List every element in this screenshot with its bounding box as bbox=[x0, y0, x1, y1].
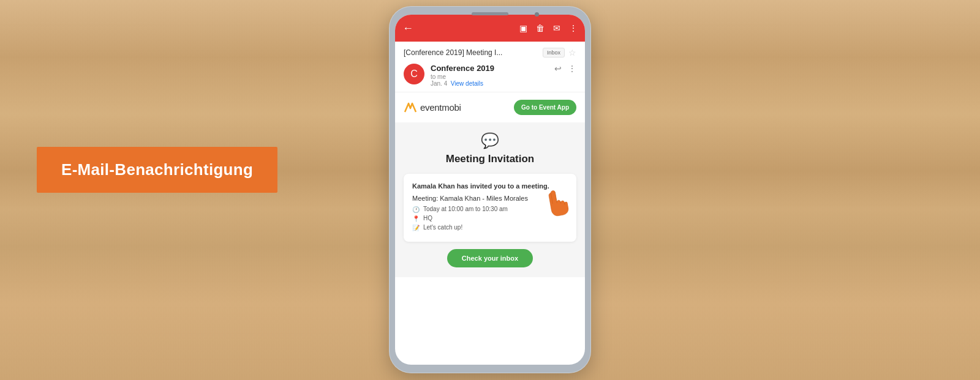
meeting-name: Meeting: Kamala Khan - Miles Morales bbox=[412, 195, 568, 202]
phone-wrapper: ← ▣ 🗑 ✉ ⋮ [Conference 2019] Meeting I...… bbox=[389, 6, 591, 373]
avatar: C bbox=[404, 64, 424, 84]
sender-to: to me bbox=[431, 73, 548, 80]
more-options-icon[interactable]: ⋮ bbox=[569, 23, 578, 33]
toolbar-icons: ▣ 🗑 ✉ ⋮ bbox=[519, 23, 578, 33]
sender-more-icon[interactable]: ⋮ bbox=[568, 64, 576, 73]
meeting-card: 💬 Meeting Invitation Kamala Khan has inv… bbox=[395, 122, 585, 277]
eventmobi-logo-text: eventmobi bbox=[420, 102, 461, 113]
meeting-title: Meeting Invitation bbox=[404, 153, 576, 165]
email-header: [Conference 2019] Meeting I... Inbox ☆ C… bbox=[395, 42, 585, 92]
meeting-note: Let's catch up! bbox=[423, 224, 462, 231]
note-icon: 📝 bbox=[412, 225, 420, 231]
goto-event-app-button[interactable]: Go to Event App bbox=[514, 100, 576, 115]
sender-name: Conference 2019 bbox=[431, 64, 548, 73]
meeting-location-row: 📍 HQ bbox=[412, 215, 568, 222]
view-details-link[interactable]: View details bbox=[451, 80, 483, 87]
meeting-location: HQ bbox=[423, 215, 432, 222]
label-text: E-Mail-Benachrichtigung bbox=[61, 160, 253, 179]
meeting-time: Today at 10:00 am to 10:30 am bbox=[423, 206, 508, 212]
eventmobi-logo: eventmobi bbox=[404, 102, 461, 113]
sender-date: Jan. 4 View details bbox=[431, 80, 548, 87]
email-subject-row: [Conference 2019] Meeting I... Inbox ☆ bbox=[404, 48, 576, 58]
sender-row: C Conference 2019 to me Jan. 4 View deta… bbox=[404, 64, 576, 87]
chat-icon: 💬 bbox=[481, 132, 499, 149]
eventmobi-logo-icon bbox=[404, 102, 417, 113]
email-subject: [Conference 2019] Meeting I... bbox=[404, 48, 539, 57]
meeting-time-row: 🕐 Today at 10:00 am to 10:30 am bbox=[412, 206, 568, 213]
clock-icon: 🕐 bbox=[412, 206, 420, 213]
reply-icon[interactable]: ↩ bbox=[554, 64, 562, 73]
label-box: E-Mail-Benachrichtigung bbox=[37, 147, 277, 193]
meeting-note-row: 📝 Let's catch up! bbox=[412, 224, 568, 231]
sender-actions: ↩ ⋮ bbox=[554, 64, 576, 73]
star-icon[interactable]: ☆ bbox=[568, 48, 576, 58]
meeting-icon-row: 💬 bbox=[404, 132, 576, 149]
back-icon[interactable]: ← bbox=[402, 22, 413, 35]
gmail-toolbar: ← ▣ 🗑 ✉ ⋮ bbox=[395, 15, 585, 42]
location-icon: 📍 bbox=[412, 215, 420, 222]
archive-icon[interactable]: ▣ bbox=[519, 23, 527, 33]
invite-text: Kamala Khan has invited you to a meeting… bbox=[412, 182, 568, 190]
check-inbox-button[interactable]: Check your inbox bbox=[447, 249, 533, 267]
delete-icon[interactable]: 🗑 bbox=[536, 23, 545, 33]
meeting-details-card: Kamala Khan has invited you to a meeting… bbox=[404, 174, 576, 242]
eventmobi-header: eventmobi Go to Event App bbox=[395, 92, 585, 122]
sender-info: Conference 2019 to me Jan. 4 View detail… bbox=[431, 64, 548, 87]
phone-screen: ← ▣ 🗑 ✉ ⋮ [Conference 2019] Meeting I...… bbox=[395, 15, 585, 365]
email-body: eventmobi Go to Event App 💬 Meeting Invi… bbox=[395, 92, 585, 365]
inbox-badge: Inbox bbox=[543, 48, 565, 58]
phone-speaker bbox=[472, 12, 508, 15]
phone: ← ▣ 🗑 ✉ ⋮ [Conference 2019] Meeting I...… bbox=[389, 6, 591, 373]
phone-camera bbox=[535, 12, 539, 17]
mail-icon[interactable]: ✉ bbox=[553, 23, 560, 33]
